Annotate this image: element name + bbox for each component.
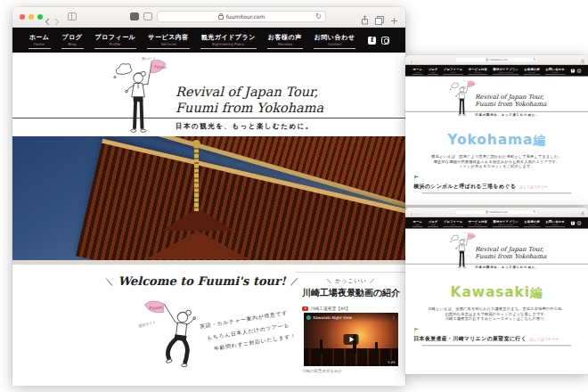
zoom-window-icon[interactable] <box>37 14 43 20</box>
facebook-icon[interactable] <box>571 221 575 225</box>
hero-section: Revival of Japan Tour, Fuumi from Yokoha… <box>405 77 588 127</box>
nav-item-home[interactable]: ホームHome <box>412 67 423 75</box>
instagram-icon[interactable] <box>577 221 581 225</box>
back-button[interactable] <box>411 58 413 66</box>
video-player[interactable]: Kawasaki Night View ⋮ 1:23 <box>304 313 398 366</box>
plan-heading: 日本夜景遺産・川崎マリエンの展望室に行く <box>413 335 527 342</box>
nav-item-home[interactable]: ホームHome <box>29 31 51 49</box>
extension-icon[interactable] <box>143 12 152 20</box>
plan-details-link[interactable]: 詳しくはコチラ→ <box>530 337 559 342</box>
plan-heading: 横浜のシンボルと呼ばれる三塔をめぐる <box>413 183 516 190</box>
video-section: ＼ かっこいい ／ 川崎工場夜景動画の紹介 川崎工場夜景【4K】 Kawasak… <box>296 272 406 373</box>
close-window-icon[interactable] <box>20 14 25 20</box>
browser-toolbar[interactable]: fuumitour.com ↻ <box>405 55 588 65</box>
nav-item-services[interactable]: サービス内容Services <box>468 67 487 75</box>
site-tagline: 日本の観光を、もっと楽しむために。 <box>475 265 539 270</box>
share-icon[interactable] <box>581 57 584 65</box>
site-title: Revival of Japan Tour, Fuumi from Yokoha… <box>475 93 546 108</box>
forward-button[interactable] <box>415 58 418 66</box>
refresh-icon[interactable]: ↻ <box>533 57 535 61</box>
window-controls[interactable] <box>20 14 43 20</box>
nav-item-services[interactable]: サービス内容Services <box>468 219 487 227</box>
back-button[interactable] <box>411 210 413 218</box>
flag-icon <box>413 327 420 334</box>
video-overlay-bar: Kawasaki Night View ⋮ <box>304 313 398 323</box>
nav-item-blog[interactable]: ブログBlog <box>428 67 438 75</box>
browser-toolbar[interactable]: fuumitour.com ↻ <box>12 7 405 28</box>
nav-item-sightseeing-plans[interactable]: 観光ガイドプランSightseeing Plans <box>200 31 257 49</box>
address-bar[interactable]: fuumitour.com ↻ <box>455 209 538 215</box>
facebook-icon[interactable] <box>368 37 376 45</box>
nav-item-blog[interactable]: ブログBlog <box>61 31 84 49</box>
sidebar-icon[interactable] <box>68 12 77 20</box>
hero-divider <box>12 118 405 118</box>
nav-item-reviews[interactable]: お客様の声Reviews <box>524 67 541 75</box>
video-title: 川崎工場夜景【4K】 <box>311 306 351 311</box>
refresh-icon[interactable]: ↻ <box>533 209 535 214</box>
nav-item-home[interactable]: ホームHome <box>412 219 423 227</box>
video-menu-icon[interactable]: ⋮ <box>392 315 396 320</box>
address-bar[interactable]: fuumitour.com ↻ <box>455 57 538 62</box>
site-title: Revival of Japan Tour, Fuumi from Yokoha… <box>176 85 323 116</box>
nav-item-sightseeing-plans[interactable]: 観光ガイドプランSightseeing Plans <box>493 67 519 75</box>
hero-section: Revival of Japan Tour, Fuumi from Yokoha… <box>12 53 405 136</box>
fuumi-character-illustration <box>449 232 476 270</box>
main-nav: ホームHome ブログBlog プロフィールProfile サービス内容Serv… <box>12 28 405 53</box>
video-section-decoration: ＼ かっこいい ／ <box>296 277 406 285</box>
main-nav: ホームHome ブログBlog プロフィールProfile サービス内容Serv… <box>405 65 588 77</box>
video-caption: 川崎の夜景名所を紹介 <box>296 369 406 373</box>
nav-item-contact[interactable]: お問い合わせContact <box>314 31 356 49</box>
plan-heading-row[interactable]: 横浜のシンボルと呼ばれる三塔をめぐる 詳しくはコチラ→ <box>413 183 579 190</box>
flag-icon <box>413 175 420 182</box>
site-title: Revival of Japan Tour, Fuumi from Yokoha… <box>475 245 546 260</box>
nav-item-profile[interactable]: プロフィールProfile <box>94 31 137 49</box>
youtube-icon <box>302 306 308 311</box>
fuumi-character-illustration <box>449 79 476 118</box>
share-icon[interactable] <box>361 12 369 29</box>
instagram-icon[interactable] <box>577 69 581 72</box>
main-nav: ホームHome ブログBlog プロフィールProfile サービス内容Serv… <box>405 217 588 229</box>
nav-item-reviews[interactable]: お客様の声Reviews <box>267 31 303 49</box>
address-bar[interactable]: fuumitour.com ↻ <box>157 11 326 22</box>
nav-item-services[interactable]: サービス内容Services <box>147 31 190 49</box>
browser-window-home: fuumitour.com ↻ ホームHome ブログBlog プロフィールPr… <box>12 7 405 385</box>
browser-toolbar[interactable]: fuumitour.com ↻ <box>405 208 588 217</box>
new-tab-icon[interactable] <box>390 12 398 29</box>
nav-item-profile[interactable]: プロフィールProfile <box>443 219 462 227</box>
facebook-icon[interactable] <box>571 69 575 72</box>
forward-button[interactable] <box>415 210 418 218</box>
refresh-icon[interactable]: ↻ <box>315 12 322 20</box>
nav-item-contact[interactable]: お問い合わせContact <box>545 219 565 227</box>
lock-icon <box>218 15 224 20</box>
temple-photo <box>12 136 405 265</box>
minimize-window-icon[interactable] <box>29 14 34 20</box>
nav-item-reviews[interactable]: お客様の声Reviews <box>524 219 541 227</box>
privacy-shield-icon[interactable] <box>130 12 139 20</box>
video-section-heading: 川崎工場夜景動画の紹介 <box>296 287 406 299</box>
video-title-row[interactable]: 川崎工場夜景【4K】 <box>296 306 406 311</box>
page-title-kawasaki: Kawasaki編 <box>405 283 588 301</box>
factory-skyline <box>304 348 398 366</box>
nav-item-profile[interactable]: プロフィールProfile <box>443 67 462 75</box>
golden-spire <box>194 147 199 211</box>
forward-button[interactable] <box>54 12 60 29</box>
site-tagline: 日本の観光を、もっと楽しむために。 <box>475 113 539 118</box>
instagram-icon[interactable] <box>381 37 389 45</box>
nav-item-blog[interactable]: ブログBlog <box>428 219 438 227</box>
plan-entry: 日本夜景遺産・川崎マリエンの展望室に行く 詳しくはコチラ→ <box>413 327 579 346</box>
nav-item-contact[interactable]: お問い合わせContact <box>545 67 565 75</box>
plan-details-link[interactable]: 詳しくはコチラ→ <box>519 184 548 190</box>
hero-section: Revival of Japan Tour, Fuumi from Yokoha… <box>405 229 588 279</box>
url-text: fuumitour.com <box>226 13 265 20</box>
video-overlay-title: Kawasaki Night View <box>314 315 390 320</box>
share-icon[interactable] <box>581 209 584 217</box>
play-button[interactable] <box>344 334 359 345</box>
site-tagline: 日本の観光を、もっと楽しむために。 <box>176 122 314 131</box>
nav-item-sightseeing-plans[interactable]: 観光ガイドプランSightseeing Plans <box>493 219 519 227</box>
browser-window-kawasaki: fuumitour.com ↻ ホームHome ブログBlog プロフィールPr… <box>405 208 588 374</box>
url-text: fuumitour.com <box>489 58 507 61</box>
tab-overview-icon[interactable] <box>375 12 384 29</box>
back-button[interactable] <box>45 12 50 29</box>
welcome-section: ＼ Welcome to Fuumi's tour! ／ 英語・カルチャー案内が… <box>12 265 405 386</box>
plan-heading-row[interactable]: 日本夜景遺産・川崎マリエンの展望室に行く 詳しくはコチラ→ <box>413 335 579 342</box>
